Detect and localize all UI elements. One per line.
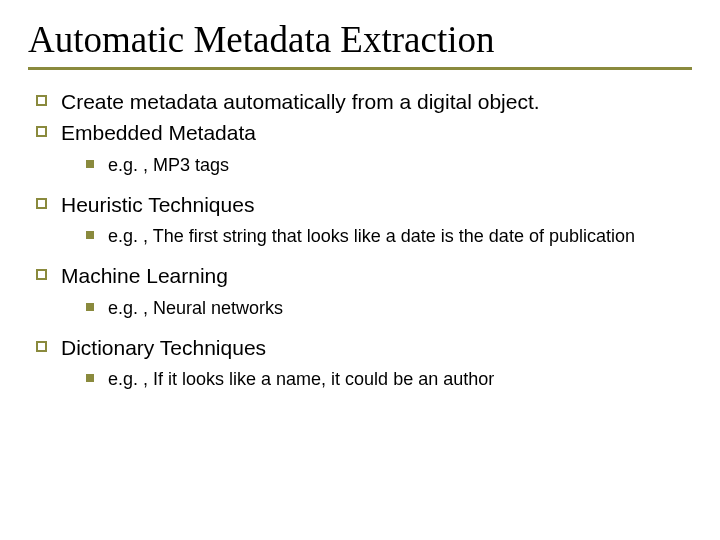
slide: Automatic Metadata Extraction Create met… (0, 0, 720, 426)
list-item-text: Heuristic Techniques (61, 191, 254, 218)
title-underline (28, 67, 692, 70)
sub-list-item-text: e.g. , MP3 tags (108, 153, 229, 177)
square-open-bullet-icon (36, 95, 47, 106)
list-item: Embedded Metadata (36, 119, 692, 146)
list-item: Dictionary Techniques (36, 334, 692, 361)
square-open-bullet-icon (36, 198, 47, 209)
square-filled-bullet-icon (86, 374, 94, 382)
list-item-text: Dictionary Techniques (61, 334, 266, 361)
list-item-text: Embedded Metadata (61, 119, 256, 146)
slide-title: Automatic Metadata Extraction (28, 18, 692, 65)
sub-list-item: e.g. , The first string that looks like … (86, 224, 692, 248)
square-filled-bullet-icon (86, 160, 94, 168)
list-item-text: Machine Learning (61, 262, 228, 289)
slide-content: Create metadata automatically from a dig… (28, 88, 692, 392)
sub-list-item: e.g. , MP3 tags (86, 153, 692, 177)
sub-list-item: e.g. , If it looks like a name, it could… (86, 367, 692, 391)
square-filled-bullet-icon (86, 303, 94, 311)
list-item-text: Create metadata automatically from a dig… (61, 88, 540, 115)
list-item: Machine Learning (36, 262, 692, 289)
sub-list-item-text: e.g. , Neural networks (108, 296, 283, 320)
square-open-bullet-icon (36, 126, 47, 137)
square-filled-bullet-icon (86, 231, 94, 239)
list-item: Create metadata automatically from a dig… (36, 88, 692, 115)
square-open-bullet-icon (36, 269, 47, 280)
sub-list-item: e.g. , Neural networks (86, 296, 692, 320)
sub-list-item-text: e.g. , If it looks like a name, it could… (108, 367, 494, 391)
list-item: Heuristic Techniques (36, 191, 692, 218)
square-open-bullet-icon (36, 341, 47, 352)
sub-list-item-text: e.g. , The first string that looks like … (108, 224, 635, 248)
